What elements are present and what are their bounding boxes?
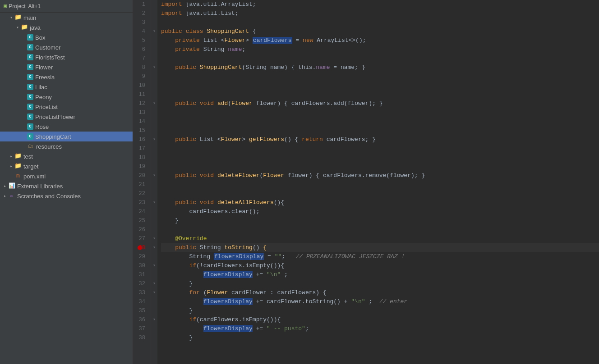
gutter-6 (151, 45, 157, 54)
tree-label-pom.xml: pom.xml (23, 173, 46, 180)
gutter-12[interactable]: ▾ (151, 99, 157, 108)
code-line-12: public void add(Flower flower) { cardFlo… (161, 99, 599, 108)
gutter-9 (151, 72, 157, 81)
tree-item-java[interactable]: ▾📁java (0, 23, 133, 32)
gutter-24 (151, 207, 157, 216)
tree-label-Flower: Flower (35, 64, 53, 71)
tree-item-main[interactable]: ▾📁main (0, 13, 133, 23)
tree-item-PriceList[interactable]: CPriceList (0, 102, 133, 112)
tree-label-main: main (23, 14, 36, 21)
tree-item-Lilac[interactable]: CLilac (0, 82, 133, 92)
file-tree: ▾📁main▾📁javaCBoxCCustomerCFloristsTestCF… (0, 13, 133, 201)
tree-label-java: java (30, 24, 41, 31)
tree-item-Peony[interactable]: CPeony (0, 92, 133, 102)
tree-item-Scratches and Consoles[interactable]: ▸✏Scratches and Consoles (0, 191, 133, 201)
tree-item-Rose[interactable]: CRose (0, 122, 133, 132)
tree-label-External Libraries: External Libraries (17, 183, 63, 190)
gutter-15 (151, 126, 157, 135)
code-line-18 (161, 153, 599, 162)
code-line-22 (161, 189, 599, 198)
gutter-30[interactable]: ▾ (151, 261, 157, 270)
tree-item-target[interactable]: ▸📁target (0, 161, 133, 171)
tree-label-Lilac: Lilac (35, 84, 47, 91)
line-number-30: 30 (137, 261, 147, 270)
code-line-11 (161, 90, 599, 99)
line-number-37: 37 (137, 324, 147, 333)
gutter-38 (151, 333, 157, 342)
code-line-2: import java.util.List; (161, 9, 599, 18)
gutter-37 (151, 324, 157, 333)
code-line-17 (161, 144, 599, 153)
project-icon: ▣ (4, 3, 7, 9)
code-line-4: public class ShoppingCart { (161, 27, 599, 36)
gutter-16[interactable]: ▾ (151, 135, 157, 144)
code-line-35: } (161, 306, 599, 315)
gutter-33[interactable]: ▾ (151, 288, 157, 297)
scratch-icon: ✏ (8, 192, 15, 200)
line-number-2: 2 (137, 9, 147, 18)
tree-item-test[interactable]: ▸📁test (0, 151, 133, 161)
editor-panel: 1234567891011121314151617181920212223242… (133, 0, 599, 364)
line-number-25: 25 (137, 216, 147, 225)
tree-item-ShoppingCart[interactable]: CShoppingCart (0, 132, 133, 141)
tree-label-Scratches and Consoles: Scratches and Consoles (17, 193, 81, 200)
gutter-4[interactable]: ▾ (151, 27, 157, 36)
gutter-20[interactable]: ▾ (151, 171, 157, 180)
gutter-32[interactable]: ▾ (151, 279, 157, 288)
gutter-27[interactable]: ▾ (151, 234, 157, 243)
gutter: ▾▾▾▾▾▾▾▾▾▾▾▾ (151, 0, 157, 364)
line-number-29: 29 (137, 252, 147, 261)
tree-item-pom.xml[interactable]: mpom.xml (0, 171, 133, 181)
line-number-9: 9 (137, 72, 147, 81)
line-number-11: 11 (137, 90, 147, 99)
folder-icon: 📁 (14, 153, 22, 160)
tree-item-FloristsTest[interactable]: CFloristsTest (0, 52, 133, 62)
tree-item-Customer[interactable]: CCustomer (0, 42, 133, 52)
project-header[interactable]: ▣ Project Alt+1 (0, 0, 133, 13)
class-icon: C (27, 44, 33, 50)
gutter-23[interactable]: ▾ (151, 198, 157, 207)
code-line-1: import java.util.ArrayList; (161, 0, 599, 9)
code-line-21 (161, 180, 599, 189)
gutter-7 (151, 54, 157, 63)
code-line-16: public List <Flower> getFlowers() { retu… (161, 135, 599, 144)
class-icon: C (27, 54, 33, 60)
gutter-34 (151, 297, 157, 306)
project-label: Project Alt+1 (9, 3, 41, 9)
code-content[interactable]: import java.util.ArrayList;import java.u… (157, 0, 599, 364)
line-number-13: 13 (137, 108, 147, 117)
gutter-8[interactable]: ▾ (151, 63, 157, 72)
class-icon: C (27, 104, 33, 110)
code-line-14 (161, 117, 599, 126)
tree-item-PriceListFlower[interactable]: CPriceListFlower (0, 112, 133, 122)
code-line-26 (161, 225, 599, 234)
gutter-35 (151, 306, 157, 315)
tree-item-External Libraries[interactable]: ▸📊External Libraries (0, 181, 133, 191)
gutter-29 (151, 252, 157, 261)
code-line-29: String flowersDisplay = ""; // PRZEANALI… (161, 252, 599, 261)
code-line-23: public void deleteAllFlowers(){ (161, 198, 599, 207)
line-number-23: 23 (137, 198, 147, 207)
code-line-38: } (161, 333, 599, 342)
tree-label-target: target (23, 163, 38, 170)
resources-icon: 🗂 (27, 143, 34, 150)
tree-item-resources[interactable]: 🗂resources (0, 141, 133, 151)
code-line-20: public void deleteFlower(Flower flower) … (161, 171, 599, 180)
tree-label-resources: resources (36, 143, 62, 150)
gutter-21 (151, 180, 157, 189)
extlib-icon: 📊 (8, 182, 15, 190)
tree-item-Flower[interactable]: CFlower (0, 62, 133, 72)
code-line-36: if(cardFlowers.isEmpty()){ (161, 315, 599, 324)
tree-item-Freesia[interactable]: CFreesia (0, 72, 133, 82)
tree-item-Box[interactable]: CBox (0, 32, 133, 42)
gutter-28[interactable]: ▾ (151, 243, 157, 252)
tree-arrow-java: ▾ (14, 25, 21, 30)
line-number-31: 31 (137, 270, 147, 279)
gutter-19 (151, 162, 157, 171)
class-icon: C (27, 84, 33, 90)
line-number-7: 7 (137, 54, 147, 63)
tree-arrow-test: ▸ (8, 154, 14, 159)
gutter-36[interactable]: ▾ (151, 315, 157, 324)
code-line-37: flowersDisplay += " -- pusto"; (161, 324, 599, 333)
folder-icon: 📁 (14, 163, 22, 170)
